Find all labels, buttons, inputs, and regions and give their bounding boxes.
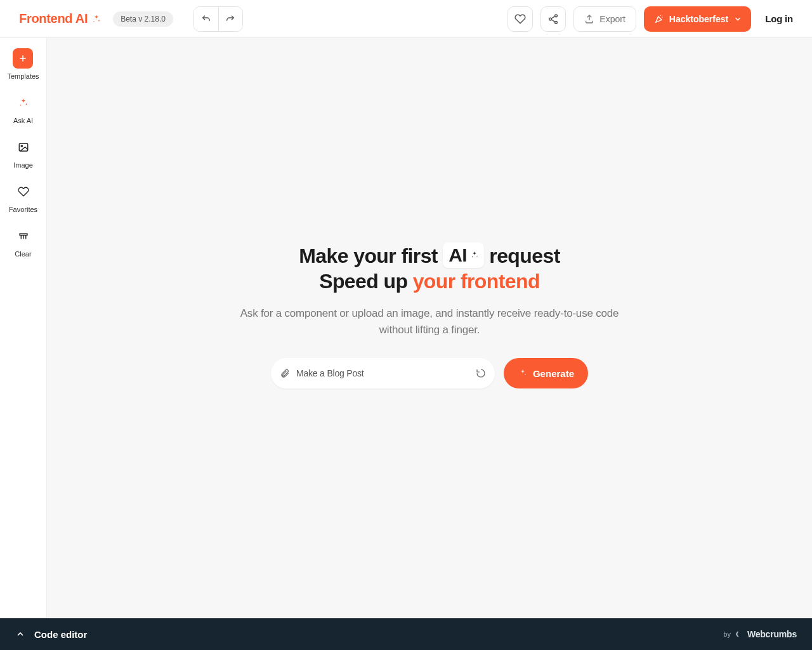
undo-redo-group (193, 6, 243, 32)
ai-chip: AI (443, 242, 484, 268)
sidebar: Templates Ask AI Image Favorites Clear (0, 38, 47, 618)
main-canvas: Make your first AI request Speed up your… (47, 38, 812, 618)
title-line2-highlight: your frontend (413, 270, 540, 293)
beta-badge: Beta v 2.18.0 (113, 11, 173, 27)
refresh-icon[interactable] (476, 368, 486, 378)
chevron-up-icon (15, 629, 25, 639)
svg-point-2 (555, 14, 558, 17)
sparkle-icon (13, 93, 34, 113)
svg-rect-7 (19, 143, 28, 151)
party-icon (654, 14, 664, 24)
share-button[interactable] (540, 6, 566, 32)
hacktoberfest-label: Hacktoberfest (669, 14, 728, 24)
hero: Make your first AI request Speed up your… (226, 242, 632, 388)
code-editor-bar[interactable]: Code editor by Webcrumbs (0, 618, 812, 650)
svg-point-4 (555, 21, 558, 23)
attachment-icon[interactable] (280, 368, 290, 378)
title-line1-pre: Make your first (299, 244, 443, 267)
plus-icon (13, 48, 33, 69)
login-link[interactable]: Log in (765, 13, 793, 24)
sidebar-item-clear[interactable]: Clear (13, 226, 34, 258)
sidebar-item-label: Ask AI (13, 117, 33, 124)
sidebar-item-label: Favorites (9, 206, 37, 213)
heart-icon (514, 13, 526, 25)
svg-point-10 (472, 256, 473, 257)
hacktoberfest-button[interactable]: Hacktoberfest (644, 6, 751, 32)
generate-label: Generate (533, 368, 574, 379)
share-icon (547, 13, 559, 25)
title-line2-pre: Speed up (319, 270, 413, 293)
svg-point-6 (20, 105, 21, 106)
by-text: by (723, 630, 731, 638)
sidebar-item-label: Clear (15, 250, 31, 258)
title-line1-post: request (484, 244, 560, 267)
app-logo[interactable]: Frontend AI (19, 11, 102, 26)
image-icon (13, 137, 34, 157)
brand-credit: by Webcrumbs (723, 629, 797, 639)
top-bar: Frontend AI Beta v 2.18.0 Export Hacktob… (0, 0, 812, 38)
svg-point-3 (549, 18, 552, 20)
code-editor-label: Code editor (34, 629, 87, 640)
undo-button[interactable] (194, 7, 218, 31)
page-subtitle: Ask for a component or upload an image, … (226, 305, 632, 338)
svg-point-8 (21, 145, 22, 147)
svg-point-9 (476, 255, 477, 256)
sparkle-icon (518, 368, 528, 378)
brush-icon (13, 226, 34, 246)
upload-icon (584, 14, 594, 24)
sidebar-item-ask-ai[interactable]: Ask AI (13, 93, 34, 124)
prompt-input[interactable] (296, 368, 471, 378)
chevron-down-icon (733, 15, 742, 23)
generate-button[interactable]: Generate (504, 358, 588, 388)
svg-point-0 (98, 20, 100, 21)
redo-button[interactable] (218, 7, 242, 31)
favorite-button[interactable] (508, 6, 533, 32)
sparkle-icon (91, 14, 102, 24)
heart-icon (13, 182, 34, 202)
logo-text: Frontend AI (19, 11, 88, 26)
prompt-row: Generate (271, 358, 588, 388)
sidebar-item-templates[interactable]: Templates (7, 48, 39, 80)
prompt-box (271, 358, 495, 388)
sparkle-icon (469, 250, 480, 260)
sidebar-item-label: Templates (7, 72, 39, 80)
sidebar-item-image[interactable]: Image (13, 137, 34, 169)
svg-point-5 (25, 103, 27, 105)
svg-point-11 (525, 374, 525, 375)
svg-point-1 (94, 21, 95, 22)
webcrumbs-icon (735, 630, 743, 639)
export-label: Export (599, 14, 625, 24)
brand-name: Webcrumbs (747, 629, 797, 639)
page-title: Make your first AI request Speed up your… (226, 242, 632, 294)
undo-icon (201, 14, 211, 24)
sidebar-item-label: Image (13, 161, 33, 169)
ai-chip-text: AI (449, 243, 467, 267)
redo-icon (225, 14, 235, 24)
sidebar-item-favorites[interactable]: Favorites (9, 182, 37, 213)
export-button[interactable]: Export (573, 6, 636, 32)
